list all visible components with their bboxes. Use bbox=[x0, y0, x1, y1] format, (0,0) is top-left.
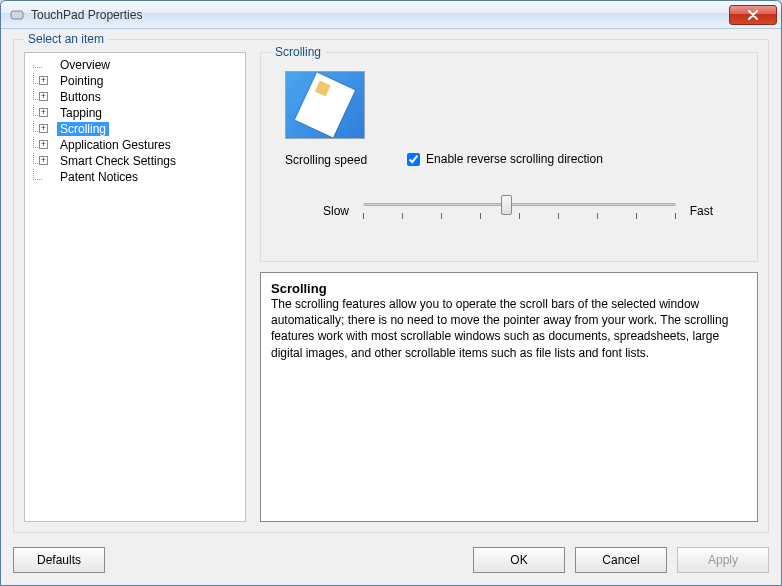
reverse-scroll-label: Enable reverse scrolling direction bbox=[426, 152, 603, 166]
apply-button: Apply bbox=[677, 547, 769, 573]
tree-panel[interactable]: Overview+Pointing+Buttons+Tapping+Scroll… bbox=[24, 52, 246, 522]
scrolling-thumbnail bbox=[285, 71, 365, 139]
scrolling-speed-label: Scrolling speed bbox=[285, 153, 367, 167]
speed-slider-row: Slow Fast bbox=[285, 197, 741, 225]
expand-icon[interactable]: + bbox=[39, 124, 48, 133]
defaults-button[interactable]: Defaults bbox=[13, 547, 105, 573]
expand-icon[interactable]: + bbox=[39, 140, 48, 149]
expand-icon[interactable]: + bbox=[39, 92, 48, 101]
fast-label: Fast bbox=[690, 204, 713, 218]
tree-item[interactable]: Patent Notices bbox=[43, 169, 243, 185]
tree-item-label: Overview bbox=[57, 58, 113, 72]
tree-item[interactable]: Overview bbox=[43, 57, 243, 73]
client-area: Select an item Overview+Pointing+Buttons… bbox=[1, 29, 781, 585]
tree-item[interactable]: +Scrolling bbox=[43, 121, 243, 137]
window-title: TouchPad Properties bbox=[31, 8, 729, 22]
app-icon bbox=[9, 7, 25, 23]
select-item-group: Select an item Overview+Pointing+Buttons… bbox=[13, 39, 769, 533]
tree-item[interactable]: +Buttons bbox=[43, 89, 243, 105]
cancel-button[interactable]: Cancel bbox=[575, 547, 667, 573]
scrolling-group: Scrolling Scrolling speed Enable reverse… bbox=[260, 52, 758, 262]
tree: Overview+Pointing+Buttons+Tapping+Scroll… bbox=[27, 57, 243, 185]
expand-icon[interactable]: + bbox=[39, 108, 48, 117]
tree-item[interactable]: +Pointing bbox=[43, 73, 243, 89]
slow-label: Slow bbox=[323, 204, 349, 218]
titlebar: TouchPad Properties bbox=[1, 1, 781, 29]
close-button[interactable] bbox=[729, 5, 777, 25]
ok-button[interactable]: OK bbox=[473, 547, 565, 573]
tree-item-label: Buttons bbox=[57, 90, 104, 104]
speed-slider[interactable] bbox=[363, 197, 676, 225]
description-panel: Scrolling The scrolling features allow y… bbox=[260, 272, 758, 522]
expand-icon[interactable]: + bbox=[39, 76, 48, 85]
group-legend: Select an item bbox=[24, 32, 108, 46]
scrolling-legend: Scrolling bbox=[271, 45, 325, 59]
scrolling-row: Scrolling speed Enable reverse scrolling… bbox=[285, 151, 741, 167]
tree-item[interactable]: +Smart Check Settings bbox=[43, 153, 243, 169]
tree-item-label: Patent Notices bbox=[57, 170, 141, 184]
reverse-scroll-input[interactable] bbox=[407, 153, 420, 166]
tree-item-label: Tapping bbox=[57, 106, 105, 120]
reverse-scroll-checkbox[interactable]: Enable reverse scrolling direction bbox=[407, 152, 603, 166]
close-icon bbox=[747, 10, 759, 20]
svg-rect-0 bbox=[11, 11, 23, 19]
tree-item-label: Smart Check Settings bbox=[57, 154, 179, 168]
description-body: The scrolling features allow you to oper… bbox=[271, 296, 747, 361]
window: TouchPad Properties Select an item Overv… bbox=[0, 0, 782, 586]
tree-item-label: Application Gestures bbox=[57, 138, 174, 152]
slider-thumb[interactable] bbox=[501, 195, 512, 215]
tree-item-label: Pointing bbox=[57, 74, 106, 88]
right-column: Scrolling Scrolling speed Enable reverse… bbox=[260, 52, 758, 522]
tree-item[interactable]: +Application Gestures bbox=[43, 137, 243, 153]
button-row: Defaults OK Cancel Apply bbox=[13, 547, 769, 573]
description-heading: Scrolling bbox=[271, 281, 747, 296]
tree-item-label: Scrolling bbox=[57, 122, 109, 136]
expand-icon[interactable]: + bbox=[39, 156, 48, 165]
tree-item[interactable]: +Tapping bbox=[43, 105, 243, 121]
